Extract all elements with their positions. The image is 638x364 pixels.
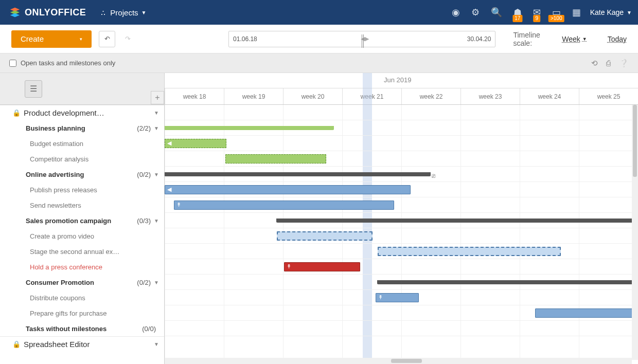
project-row[interactable]: 🔒 Spreadsheet Editor ▼ [0,336,164,352]
milestone-name: Consumer Promotion [26,279,94,286]
vertical-scrollbar[interactable] [632,105,638,360]
bar-task[interactable] [277,231,373,241]
link-icon: ⎚ [432,172,435,179]
nav-projects-dropdown[interactable]: ⛬ Projects ▼ [99,8,146,17]
bar-summary[interactable] [277,219,637,223]
scale-selector[interactable]: Week ▼ [562,35,587,43]
milestone-count: (2/2) [137,124,151,132]
project-row[interactable]: 🔒 Product development… ▼ [0,105,164,120]
help-icon[interactable]: ❔ [619,59,629,68]
menu-button[interactable]: ☰ [25,80,42,98]
chevron-down-icon: ▼ [154,341,159,347]
search-icon[interactable]: 🔍 [491,7,502,18]
milestone-row[interactable]: Sales promotion campaign(0/3)▼ [0,213,164,228]
gantt-row [165,305,638,321]
app-header: ONLYOFFICE ⛬ Projects ▼ ◉ ⚙ 🔍 ☗17 ✉9 ▭>1… [0,0,638,25]
week-cell: week 18 [165,88,224,104]
create-label: Create [21,34,44,43]
redo-button[interactable]: ↷ [119,31,136,47]
add-column-button[interactable]: + [151,91,164,104]
filter-bar: Open tasks and milestones only ⟲ ⎙ ❔ [0,53,638,73]
talk-icon[interactable]: ☗17 [513,7,522,18]
milestone-row[interactable]: Business planning(2/2)▼ [0,120,164,136]
gantt-chart[interactable]: Jun 2019 week 18 week 19 week 20 week 21… [165,73,638,364]
task-row[interactable]: Competitor analysis [0,151,164,167]
calendar-icon[interactable]: ▦ [572,7,581,18]
task-row[interactable]: Budget estimation [0,136,164,151]
logo-icon [9,7,21,18]
bar-summary[interactable] [165,126,333,130]
mail-icon[interactable]: ✉9 [533,7,541,18]
task-name: Create a promo video [30,232,94,240]
create-button[interactable]: Create ▾ [11,30,92,48]
horizontal-scrollbar[interactable] [165,358,632,364]
gantt-row: ◀ [165,136,638,151]
bar-task[interactable] [378,247,561,256]
week-cell: week 23 [460,88,520,104]
gantt-row [165,228,638,244]
pin-icon: ↟ [287,263,291,270]
week-cell: week 24 [520,88,579,104]
open-only-label: Open tasks and milestones only [21,59,115,67]
bar-task[interactable]: ↟ [174,201,394,210]
bar-task-overdue[interactable]: ↟ [284,262,360,271]
feed-icon[interactable]: ▭>100 [552,7,561,18]
week-cell: week 21 [342,88,401,104]
task-row-overdue[interactable]: Hold a press conference [0,259,164,275]
bar-summary[interactable]: ⎚ [165,172,430,176]
gantt-row: ↟ [165,197,638,213]
refresh-icon[interactable]: ⟲ [591,59,598,68]
project-name: Product development… [24,108,104,117]
week-cell: week 25 [579,88,638,104]
chevron-down-icon: ▼ [582,37,587,42]
timeline-range[interactable]: 01.06.18 30.04.20 ◀▶ [228,31,495,47]
chevron-down-icon: ▼ [627,10,632,15]
task-row[interactable]: Distribute coupons [0,290,164,305]
scroll-thumb[interactable] [391,359,422,363]
scroll-thumb[interactable] [633,105,637,177]
undo-button[interactable]: ↶ [99,31,115,47]
user-name: Kate Kage [590,8,624,16]
task-row[interactable]: Publish press releases [0,182,164,197]
user-menu[interactable]: Kate Kage ▼ [590,8,632,16]
today-link[interactable]: Today [608,35,627,43]
settings-icon[interactable]: ⚙ [471,7,480,18]
gantt-grid: ◀ ⎚ ◀ ↟ ↟ ↟ [165,105,638,364]
task-row[interactable]: Stage the second annual ex… [0,244,164,259]
bar-task[interactable]: ◀ [165,185,411,194]
milestone-row[interactable]: Online advertising(0/2)▼ [0,167,164,182]
task-row[interactable]: Send newsletters [0,197,164,213]
brand-logo[interactable]: ONLYOFFICE [9,7,86,18]
chevron-down-icon: ▼ [154,172,159,177]
range-window-handle[interactable]: ◀▶ [361,31,369,47]
milestone-count: (0/2) [137,171,151,178]
task-row[interactable]: Create a promo video [0,228,164,244]
range-start: 01.06.18 [233,35,257,43]
open-only-input[interactable] [9,60,16,67]
milestone-count: (0/0) [142,325,156,333]
milestone-row[interactable]: Tasks without milestones(0/0) [0,321,164,336]
gantt-row [165,213,638,228]
arrow-left-icon: ◀ [167,140,171,147]
gantt-row [165,275,638,290]
gantt-row [165,105,638,120]
task-name: Stage the second annual ex… [30,248,119,256]
bar-summary[interactable] [378,280,635,284]
milestone-count: (0/2) [137,279,151,286]
gantt-row [165,321,638,336]
week-cell: week 22 [401,88,460,104]
header-actions: ◉ ⚙ 🔍 ☗17 ✉9 ▭>100 ▦ [452,7,581,18]
task-row[interactable]: Prepare gifts for purchase [0,305,164,321]
milestone-row[interactable]: Consumer Promotion(0/2)▼ [0,275,164,290]
bar-task[interactable]: ↟ [376,293,419,302]
currency-icon[interactable]: ◉ [452,7,460,18]
bar-task[interactable] [535,308,633,318]
print-icon[interactable]: ⎙ [606,59,611,68]
milestone-count: (0/3) [137,217,151,225]
mail-badge: 9 [533,15,540,22]
gantt-row: ↟ [165,259,638,275]
nav-projects-icon: ⛬ [99,8,107,17]
open-only-checkbox[interactable]: Open tasks and milestones only [9,59,115,67]
bar-task[interactable] [225,154,326,163]
bar-task[interactable]: ◀ [165,139,226,148]
